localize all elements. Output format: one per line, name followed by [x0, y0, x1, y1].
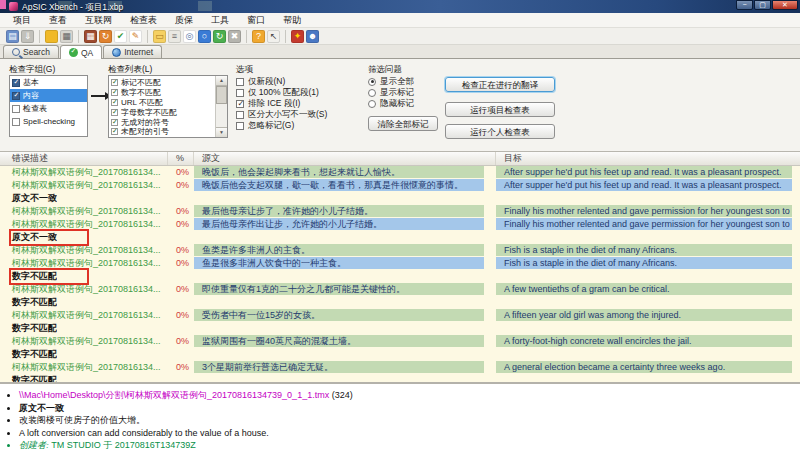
menu-item[interactable]: 窗口 — [238, 13, 274, 28]
table-row[interactable]: 柯林斯双解双语例句_20170816134... 0% 最后他母亲作出让步，允许… — [0, 218, 800, 231]
option-checkbox-row[interactable]: 仅 100% 匹配段(1) — [236, 87, 327, 98]
toolbar-icon[interactable]: ✖ — [228, 30, 241, 43]
toolbar-icon[interactable] — [285, 30, 286, 43]
menu-item[interactable]: 查看 — [40, 13, 76, 28]
column-header-source[interactable]: 源文 — [194, 152, 496, 165]
toolbar-icon[interactable]: ○ — [198, 30, 211, 43]
toolbar-icon[interactable]: ↖ — [267, 30, 280, 43]
table-row[interactable]: 原文不一致 — [0, 231, 800, 244]
checkbox[interactable] — [111, 79, 118, 86]
filter-radio-row[interactable]: 显示全部 — [368, 76, 414, 87]
toolbar-icon[interactable] — [39, 30, 40, 43]
toolbar-icon-glyph: ▦ — [86, 32, 95, 41]
menu-item[interactable]: 互联网 — [76, 13, 121, 28]
table-row[interactable]: 原文不一致 — [0, 192, 800, 205]
toolbar-icon[interactable]: ? — [252, 30, 265, 43]
table-row[interactable]: 柯林斯双解双语例句_20170816134... 0% 最后他母亲让步了，准许她… — [0, 205, 800, 218]
radio-button[interactable] — [368, 100, 376, 108]
toolbar-icon[interactable]: ✔ — [114, 30, 127, 43]
checkbox[interactable] — [12, 79, 20, 87]
qa-action-button[interactable]: 检查正在进行的翻译 — [445, 77, 555, 92]
check-group-item[interactable]: 检查表 — [10, 102, 87, 115]
toolbar-icon[interactable]: ⇓ — [21, 30, 34, 43]
filter-radio-row[interactable]: 显示标记 — [368, 87, 414, 98]
check-group-item[interactable]: 内容 — [10, 89, 87, 102]
tab-internet[interactable]: Internet — [103, 45, 162, 58]
table-row[interactable]: 柯林斯双解双语例句_20170816134... 0% 鱼类是许多非洲人的主食。… — [0, 244, 800, 257]
checkbox[interactable] — [12, 105, 20, 113]
check-list-item[interactable]: 未配对的引号 — [111, 127, 227, 137]
toolbar-icon[interactable]: ▦ — [60, 30, 73, 43]
scrollbar-thumb[interactable] — [216, 86, 227, 104]
checkbox[interactable] — [111, 109, 118, 116]
option-checkbox-row[interactable]: 忽略标记(G) — [236, 120, 327, 131]
checkbox[interactable] — [111, 99, 118, 106]
menu-item[interactable]: 帮助 — [274, 13, 310, 28]
qa-action-button[interactable]: 运行项目检查表 — [445, 102, 555, 117]
clear-all-marks-button[interactable]: 清除全部标记 — [368, 116, 438, 131]
option-checkbox-row[interactable]: 排除 ICE 段(I) — [236, 98, 327, 109]
checkbox[interactable] — [236, 100, 244, 108]
table-row[interactable]: 柯林斯双解双语例句_20170816134... 0% 即使重量仅有1克的二十分… — [0, 283, 800, 296]
scroll-down-icon[interactable]: ▼ — [216, 127, 227, 137]
toolbar-icon[interactable]: ◎ — [183, 30, 196, 43]
column-header-percent[interactable]: % — [168, 152, 194, 165]
tab-search[interactable]: Search — [3, 45, 59, 58]
scroll-up-icon[interactable]: ▲ — [216, 76, 227, 86]
radio-button[interactable] — [368, 89, 376, 97]
menu-item[interactable]: 质保 — [166, 13, 202, 28]
toolbar-icon[interactable]: ✦ — [291, 30, 304, 43]
table-row[interactable]: 柯林斯双解双语例句_20170816134... 0% 晚饭后，他会架起脚来看书… — [0, 166, 800, 179]
table-row[interactable]: 柯林斯双解双语例句_20170816134... 0% 受伤者中有一位15岁的女… — [0, 309, 800, 322]
option-checkbox-row[interactable]: 区分大小写不一致(S) — [236, 109, 327, 120]
table-row[interactable]: 柯林斯双解双语例句_20170816134... 0% 晚饭后他会支起双腿，歇一… — [0, 179, 800, 192]
checkbox[interactable] — [12, 118, 20, 126]
menu-item[interactable]: 检查表 — [121, 13, 166, 28]
toolbar-icon[interactable]: ▤ — [6, 30, 19, 43]
tab-qa[interactable]: QA — [60, 45, 102, 59]
check-list-listbox[interactable]: 标记不匹配 数字不匹配 URL 不匹配 字母数字不匹配 — [108, 75, 228, 138]
table-row[interactable]: 柯林斯双解双语例句_20170816134... 0% 监狱周围有一圈40英尺高… — [0, 335, 800, 348]
table-row[interactable]: 数字不匹配 — [0, 296, 800, 309]
qa-action-button[interactable]: 运行个人检查表 — [445, 124, 555, 139]
toolbar-icon[interactable] — [246, 30, 247, 43]
table-row[interactable]: 柯林斯双解双语例句_20170816134... 0% 鱼是很多非洲人饮食中的一… — [0, 257, 800, 270]
menu-item[interactable]: 工具 — [202, 13, 238, 28]
toolbar-icon[interactable]: ↻ — [99, 30, 112, 43]
checkbox[interactable] — [111, 128, 118, 135]
toolbar-icon[interactable]: ≡ — [168, 30, 181, 43]
filter-radio-row[interactable]: 隐藏标记 — [368, 98, 414, 109]
scrollbar[interactable]: ▲ ▼ — [215, 76, 227, 137]
radio-button[interactable] — [368, 78, 376, 86]
close-button[interactable]: ✕ — [772, 0, 798, 10]
option-checkbox-row[interactable]: 仅新段(N) — [236, 76, 327, 87]
checkbox[interactable] — [236, 78, 244, 86]
toolbar-icon[interactable]: ☻ — [306, 30, 319, 43]
column-header-target[interactable]: 目标 — [496, 152, 800, 165]
maximize-button[interactable]: ▢ — [754, 0, 771, 10]
table-row[interactable]: 柯林斯双解双语例句_20170816134... 0% 3个星期前举行普选已确定… — [0, 361, 800, 374]
column-header-error-description[interactable]: 错误描述 — [0, 152, 168, 165]
toolbar-icon[interactable]: ▦ — [84, 30, 97, 43]
table-row[interactable]: 数字不匹配 — [0, 348, 800, 361]
check-group-item[interactable]: 基本 — [10, 76, 87, 89]
checkbox[interactable] — [111, 119, 118, 126]
toolbar-icon[interactable]: ▭ — [153, 30, 166, 43]
table-row[interactable]: 数字不匹配 — [0, 270, 800, 283]
toolbar-icon[interactable]: ✎ — [129, 30, 142, 43]
table-row[interactable]: 数字不匹配 — [0, 374, 800, 382]
check-group-item[interactable]: Spell-checking — [10, 115, 87, 128]
checkbox[interactable] — [236, 122, 244, 130]
toolbar-icon[interactable]: ↻ — [213, 30, 226, 43]
checkbox[interactable] — [12, 92, 20, 100]
toolbar-icon[interactable] — [78, 30, 79, 43]
check-groups-listbox[interactable]: 基本 内容 检查表 Spell-checking — [9, 75, 88, 137]
checkbox[interactable] — [236, 89, 244, 97]
minimize-button[interactable]: − — [736, 0, 753, 10]
checkbox[interactable] — [111, 89, 118, 96]
menu-item[interactable]: 项目 — [4, 13, 40, 28]
checkbox[interactable] — [236, 111, 244, 119]
toolbar-icon[interactable] — [45, 30, 58, 43]
toolbar-icon[interactable] — [147, 30, 148, 43]
table-row[interactable]: 数字不匹配 — [0, 322, 800, 335]
